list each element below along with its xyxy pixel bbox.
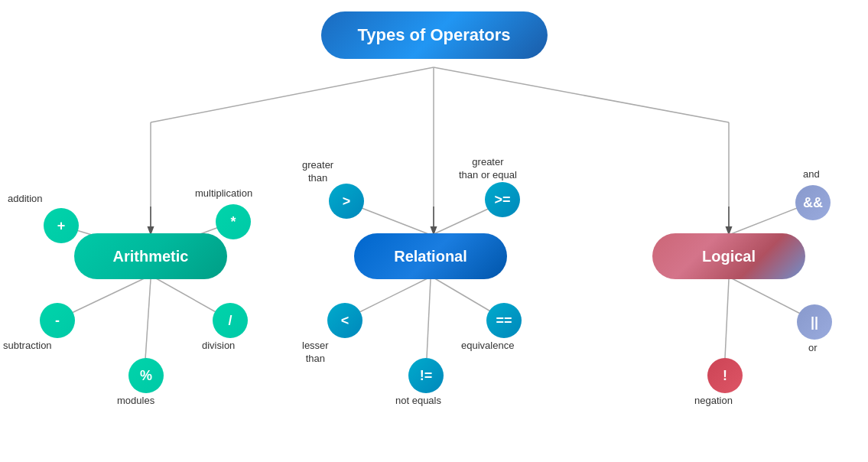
- label-modules: modules: [117, 395, 154, 408]
- op-lesser: <: [327, 303, 362, 338]
- label-addition: addition: [8, 193, 43, 206]
- logical-node: Logical: [652, 233, 805, 279]
- svg-line-17: [427, 279, 431, 358]
- label-multiplication: multiplication: [195, 187, 252, 200]
- label-not-equal: not equals: [395, 395, 441, 408]
- diagram: Types of Operators Arithmetic Relational…: [0, 0, 868, 462]
- label-subtraction: subtraction: [3, 340, 52, 353]
- svg-line-0: [151, 67, 434, 122]
- label-negation: negation: [694, 395, 733, 408]
- svg-line-5: [434, 67, 729, 122]
- label-greater: greaterthan: [302, 159, 333, 185]
- op-and: &&: [795, 185, 831, 220]
- op-negation: !: [707, 358, 743, 393]
- arithmetic-label: Arithmetic: [113, 248, 189, 265]
- op-multiplication: *: [216, 204, 251, 239]
- op-greater: >: [329, 184, 364, 219]
- op-addition: +: [44, 208, 79, 243]
- label-or: or: [808, 342, 818, 355]
- svg-line-20: [725, 279, 729, 358]
- op-or: ||: [797, 304, 832, 340]
- op-greater-equal: >=: [485, 182, 520, 217]
- op-equiv: ==: [486, 303, 522, 338]
- arithmetic-node: Arithmetic: [74, 233, 227, 279]
- op-division: /: [213, 303, 248, 338]
- label-lesser: lesserthan: [302, 340, 329, 366]
- svg-line-12: [145, 279, 151, 360]
- logical-label: Logical: [702, 248, 756, 265]
- root-node: Types of Operators: [320, 11, 547, 59]
- op-not-equal: !=: [408, 358, 444, 393]
- label-equiv: equivalence: [461, 340, 514, 353]
- relational-label: Relational: [394, 248, 467, 265]
- root-title: Types of Operators: [357, 25, 510, 44]
- relational-node: Relational: [354, 233, 507, 279]
- connector-lines: [0, 0, 868, 462]
- label-and: and: [803, 168, 820, 181]
- op-modules: %: [128, 358, 164, 393]
- label-division: division: [202, 340, 235, 353]
- label-greater-equal: greaterthan or equal: [459, 156, 517, 182]
- op-subtraction: -: [40, 303, 75, 338]
